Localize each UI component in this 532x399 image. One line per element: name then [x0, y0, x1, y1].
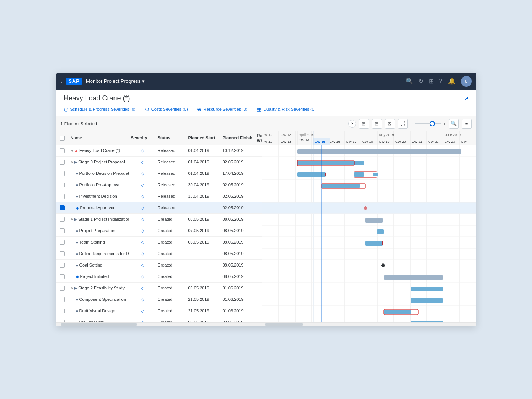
row-checkbox[interactable] — [60, 297, 65, 302]
table-row[interactable]: ● Component Specification ◇ Created 21.0… — [56, 294, 262, 305]
row-check[interactable] — [56, 251, 68, 256]
row-checkbox[interactable] — [60, 148, 65, 153]
row-check[interactable] — [56, 274, 68, 279]
row-check[interactable] — [56, 183, 68, 187]
table-row[interactable]: ● Investment Decision ◇ Released 18.04.2… — [56, 191, 262, 202]
table-row[interactable]: ◆ Proposal Approved ◇ Released 02.05.201… — [56, 202, 262, 214]
row-check[interactable] — [56, 171, 68, 176]
row-checkbox[interactable] — [60, 217, 65, 222]
row-checkbox[interactable] — [60, 251, 65, 256]
row-check[interactable] — [56, 263, 68, 268]
row-checkbox[interactable] — [60, 205, 65, 210]
table-row[interactable]: v ▶ Stage 2 Feasibility Study ◇ Created … — [56, 283, 262, 294]
magnify-button[interactable]: 🔍 — [449, 119, 459, 129]
table-row[interactable]: ● Goal Setting ◇ Created 08.05.2019 5.00… — [56, 260, 262, 271]
row-check[interactable] — [56, 320, 68, 322]
tab-schedule[interactable]: ◷ Schedule & Progress Severities (0) — [64, 106, 136, 112]
row-checkbox[interactable] — [60, 194, 65, 199]
table-row[interactable]: v ▶ Stage 1 Project Initialization ◇ Cre… — [56, 214, 262, 225]
row-check[interactable] — [56, 297, 68, 302]
deselect-button[interactable]: ✕ — [348, 120, 356, 128]
table-row[interactable]: ● Portfolio Pre-Approval ◇ Released 30.0… — [56, 179, 262, 191]
row-start: 03.05.2019 — [187, 217, 221, 221]
row-checkbox[interactable] — [60, 286, 65, 291]
row-status: Created — [156, 309, 187, 313]
table-row[interactable]: ● Team Staffing ◇ Created 03.05.2019 08.… — [56, 237, 262, 248]
tab-quality[interactable]: ▦ Quality & Risk Severities (0) — [257, 106, 316, 112]
select-all-checkbox[interactable] — [60, 136, 65, 141]
table-row[interactable]: ● Risk Analysis ◇ Created 09.05.2019 20.… — [56, 317, 262, 322]
milestone-bullet: ◆ — [76, 206, 79, 210]
table-row[interactable]: ● Define Requirements for Design ◇ Creat… — [56, 248, 262, 260]
row-checkbox[interactable] — [60, 263, 65, 268]
tab-resource[interactable]: ⊕ Resource Severities (0) — [197, 106, 247, 112]
table-row[interactable]: ● Draft Visual Design ◇ Created 21.05.20… — [56, 305, 262, 317]
row-check[interactable] — [56, 217, 68, 222]
row-checkbox[interactable] — [60, 183, 65, 187]
bell-icon[interactable]: 🔔 — [448, 78, 456, 85]
table-row[interactable]: ◆ Project Initiated ◇ Created 08.05.2019 — [56, 271, 262, 283]
row-checkbox[interactable] — [60, 309, 65, 313]
collapse-button[interactable]: ⊞ — [359, 119, 369, 129]
row-checkbox[interactable] — [60, 320, 65, 322]
export-button[interactable]: ↗ — [464, 95, 469, 102]
expand-chevron[interactable]: v — [71, 217, 73, 221]
row-checkbox[interactable] — [60, 171, 65, 176]
row-check[interactable] — [56, 309, 68, 313]
row-name: ● Portfolio Pre-Approval — [68, 183, 129, 187]
zoom-track[interactable] — [415, 123, 441, 124]
gantt-scroll-thumb[interactable] — [265, 323, 303, 326]
row-checkbox[interactable] — [60, 160, 65, 165]
table-header: Name Severity Status Planned Start Plann… — [56, 131, 262, 145]
table-row[interactable]: ● Project Preparation ◇ Created 07.05.20… — [56, 225, 262, 237]
row-check[interactable] — [56, 286, 68, 291]
svg-rect-79 — [411, 321, 443, 322]
user-avatar[interactable]: U — [461, 76, 472, 87]
grid-icon[interactable]: ⊞ — [429, 78, 434, 85]
gantt-scrollbar[interactable] — [262, 323, 476, 326]
expand-chevron[interactable]: v — [71, 160, 73, 164]
row-checkbox[interactable] — [60, 274, 65, 279]
svg-rect-74 — [384, 275, 443, 280]
nav-dropdown-icon[interactable]: ▾ — [142, 78, 145, 84]
table-row[interactable]: v ▲ Heavy Load Crane (*) ◇ Released 01.0… — [56, 145, 262, 157]
expand-chevron[interactable]: v — [71, 149, 73, 152]
table-row[interactable]: v ▶ Stage 0 Project Proposal ◇ Released … — [56, 157, 262, 168]
task-label: Draft Visual Design — [79, 309, 115, 313]
back-button[interactable]: ‹ — [61, 78, 63, 84]
row-check[interactable] — [56, 194, 68, 199]
help-icon[interactable]: ? — [439, 78, 443, 85]
task-bullet: ● — [76, 194, 78, 199]
zoom-slider[interactable]: − + — [411, 121, 446, 126]
refresh-icon[interactable]: ↻ — [419, 78, 424, 85]
table-row[interactable]: ● Portfolio Decision Preparation ◇ Relea… — [56, 168, 262, 179]
zoom-out-icon[interactable]: − — [411, 121, 413, 126]
zoom-thumb[interactable] — [430, 121, 435, 126]
row-check[interactable] — [56, 205, 68, 210]
row-checkbox[interactable] — [60, 240, 65, 245]
row-checkbox[interactable] — [60, 228, 65, 233]
expand-chevron[interactable]: v — [71, 286, 73, 290]
row-check[interactable] — [56, 148, 68, 153]
expand-button[interactable]: ⊟ — [372, 119, 382, 129]
row-check[interactable] — [56, 228, 68, 233]
gantt-section[interactable]: W 12 CW 13 April 2019 CW 14 CW 15 — [262, 131, 476, 322]
zoom-in-icon[interactable]: + — [443, 121, 445, 126]
settings-button[interactable]: ≡ — [462, 119, 472, 129]
link-button[interactable]: ⊠ — [385, 119, 395, 129]
nav-right: 🔍 ↻ ⊞ ? 🔔 U — [406, 76, 472, 87]
severity-diamond: ◇ — [141, 217, 144, 221]
table-scrollbar[interactable] — [56, 323, 262, 326]
row-status: Released — [156, 205, 187, 210]
row-start: 21.05.2019 — [187, 309, 221, 313]
header-check[interactable] — [56, 136, 68, 141]
row-check[interactable] — [56, 240, 68, 245]
row-start: 01.04.2019 — [187, 171, 221, 176]
row-check[interactable] — [56, 160, 68, 165]
zoom-fit-button[interactable]: ⛶ — [398, 119, 408, 129]
tab-costs[interactable]: ⊙ Costs Severities (0) — [145, 106, 188, 112]
svg-text:June 2019: June 2019 — [445, 133, 461, 137]
tab-resource-label: Resource Severities (0) — [204, 107, 247, 111]
search-icon[interactable]: 🔍 — [406, 78, 413, 85]
table-scroll-thumb[interactable] — [61, 323, 137, 326]
